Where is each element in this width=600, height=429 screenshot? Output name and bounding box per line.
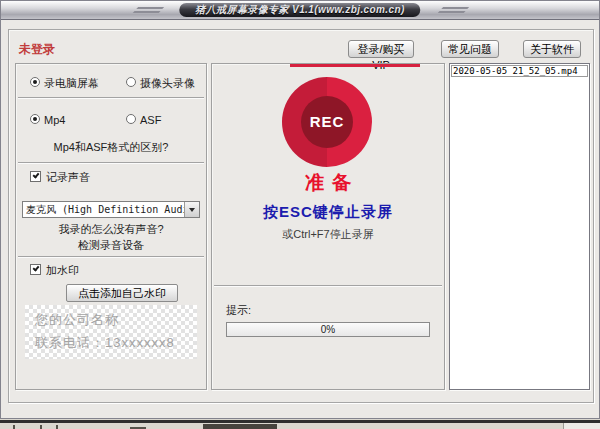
- taskbar-tray: [563, 423, 600, 429]
- radio-format-asf[interactable]: ASF: [126, 113, 161, 126]
- watermark-company-line: 您的公司名称: [35, 311, 197, 329]
- checkbox-icon: [30, 264, 41, 275]
- taskbar-active-task: [203, 424, 277, 429]
- watermark-phone-line: 联系电话：13xxxxxx8: [35, 334, 197, 352]
- radio-record-camera[interactable]: 摄像头录像: [126, 76, 195, 91]
- section-divider: [18, 256, 204, 258]
- no-sound-help-link[interactable]: 我录的怎么没有声音?: [16, 222, 206, 237]
- chevron-down-icon[interactable]: [184, 202, 199, 217]
- record-status-label: 准备: [212, 170, 444, 196]
- recording-panel: REC 准备 按ESC键停止录屏 或Ctrl+F7停止录屏 提示: 0%: [211, 63, 445, 390]
- watermark-preview: 您的公司名称 联系电话：13xxxxxx8: [25, 305, 197, 359]
- radio-format-mp4-label: Mp4: [44, 114, 65, 126]
- progress-percent-label: 0%: [321, 324, 335, 335]
- section-divider: [18, 162, 204, 164]
- rec-button[interactable]: REC: [282, 77, 372, 167]
- tip-label: 提示:: [226, 303, 251, 318]
- settings-panel: 录电脑屏幕 摄像头录像 Mp4 ASF Mp4和ASF格式的区别? 记录声音 麦…: [15, 63, 207, 390]
- rec-button-label: REC: [301, 96, 353, 148]
- radio-record-screen[interactable]: 录电脑屏幕: [30, 76, 99, 88]
- record-source-row: 录电脑屏幕 摄像头录像: [30, 76, 220, 91]
- recorded-files-list[interactable]: 2020-05-05 21_52_05.mp4: [449, 63, 590, 390]
- watermark-checkbox[interactable]: 加水印: [30, 263, 220, 278]
- list-item[interactable]: 2020-05-05 21_52_05.mp4: [451, 65, 588, 77]
- add-watermark-button[interactable]: 点击添加自己水印: [66, 284, 178, 302]
- radio-record-camera-label: 摄像头录像: [140, 77, 195, 89]
- progress-bar: 0%: [226, 322, 430, 337]
- record-audio-checkbox[interactable]: 记录声音: [30, 170, 220, 185]
- radio-format-mp4[interactable]: Mp4: [30, 113, 65, 125]
- audio-device-value: 麦克风 (High Definition Audio 设备): [26, 204, 200, 215]
- section-divider: [18, 97, 204, 99]
- title-bar[interactable]: 猪八戒屏幕录像专家 V1.1(www.zbj.com.cn): [1, 1, 599, 20]
- taskbar-strip: [0, 423, 600, 429]
- radio-button-icon: [126, 114, 136, 124]
- speed-lines-icon: [132, 7, 164, 14]
- stop-hint-primary: 按ESC键停止录屏: [212, 203, 444, 222]
- checkbox-icon: [30, 171, 41, 182]
- faq-button[interactable]: 常见问题: [441, 40, 499, 58]
- login-buy-vip-button[interactable]: 登录/购买VIP: [348, 40, 414, 58]
- app-window: 猪八戒屏幕录像专家 V1.1(www.zbj.com.cn) 未登录 登录/购买…: [0, 0, 600, 419]
- section-divider: [214, 285, 442, 287]
- checkmark-icon: [33, 265, 40, 272]
- radio-button-icon: [126, 77, 136, 87]
- window-title: 猪八戒屏幕录像专家 V1.1(www.zbj.com.cn): [179, 3, 420, 17]
- radio-button-icon: [30, 114, 40, 124]
- checkmark-icon: [33, 172, 40, 179]
- audio-device-select[interactable]: 麦克风 (High Definition Audio 设备): [22, 201, 200, 218]
- record-audio-label: 记录声音: [46, 171, 90, 183]
- radio-button-icon: [30, 77, 40, 87]
- radio-record-screen-label: 录电脑屏幕: [44, 77, 99, 89]
- login-status-label: 未登录: [19, 41, 55, 58]
- radio-format-asf-label: ASF: [140, 114, 161, 126]
- taskbar-icon: [13, 425, 15, 429]
- watermark-label: 加水印: [46, 264, 79, 276]
- speed-lines-icon: [437, 7, 469, 14]
- about-button[interactable]: 关于软件: [523, 40, 581, 58]
- detect-audio-device-link[interactable]: 检测录音设备: [16, 238, 206, 253]
- red-accent-bar: [290, 64, 420, 67]
- format-difference-link[interactable]: Mp4和ASF格式的区别?: [16, 140, 206, 155]
- taskbar-icon: [56, 425, 58, 429]
- stop-hint-secondary: 或Ctrl+F7停止录屏: [212, 227, 444, 242]
- taskbar-icon: [40, 425, 42, 429]
- format-row: Mp4 ASF: [30, 113, 220, 126]
